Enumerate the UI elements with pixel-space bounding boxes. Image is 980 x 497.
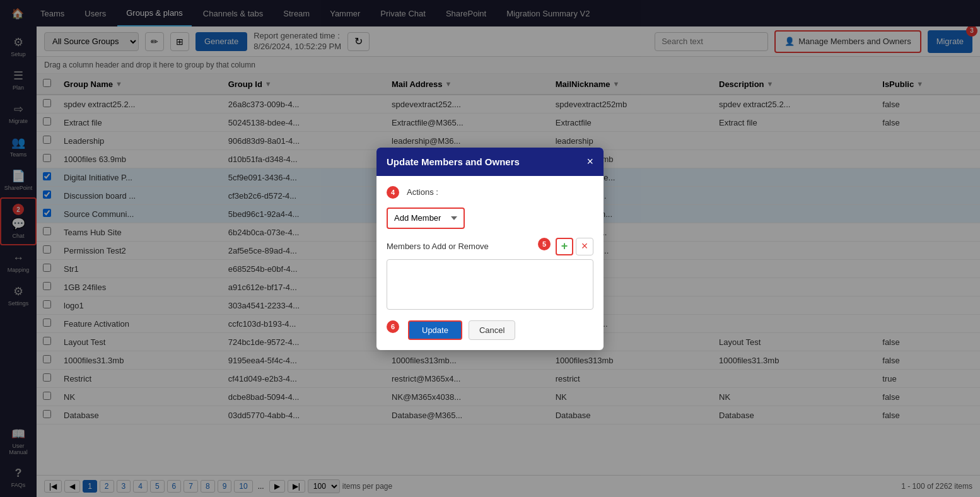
actions-select[interactable]: Add Member Remove Member Add Owner Remov… <box>387 208 465 229</box>
badge-4: 4 <box>387 186 399 199</box>
modal-title: Update Members and Owners <box>387 156 520 167</box>
update-members-modal: Update Members and Owners × 4 Actions : … <box>376 148 604 350</box>
add-member-button[interactable]: + <box>556 238 573 255</box>
modal-header: Update Members and Owners × <box>376 148 604 176</box>
members-textarea[interactable] <box>387 259 593 310</box>
cancel-button[interactable]: Cancel <box>469 320 515 340</box>
actions-row: 4 Actions : <box>387 186 593 199</box>
member-controls: 5 + × <box>538 238 593 255</box>
actions-label: Actions : <box>407 187 438 197</box>
modal-close-button[interactable]: × <box>586 155 593 168</box>
members-row: Members to Add or Remove 5 + × <box>387 238 593 255</box>
remove-member-button[interactable]: × <box>576 238 593 255</box>
update-button[interactable]: Update <box>408 320 462 340</box>
members-label: Members to Add or Remove <box>387 242 489 251</box>
modal-body: 4 Actions : Add Member Remove Member Add… <box>376 176 604 350</box>
modal-footer: 6 Update Cancel <box>387 320 593 340</box>
modal-overlay: Update Members and Owners × 4 Actions : … <box>0 0 980 497</box>
badge-5: 5 <box>538 238 551 250</box>
badge-6: 6 <box>387 320 399 333</box>
